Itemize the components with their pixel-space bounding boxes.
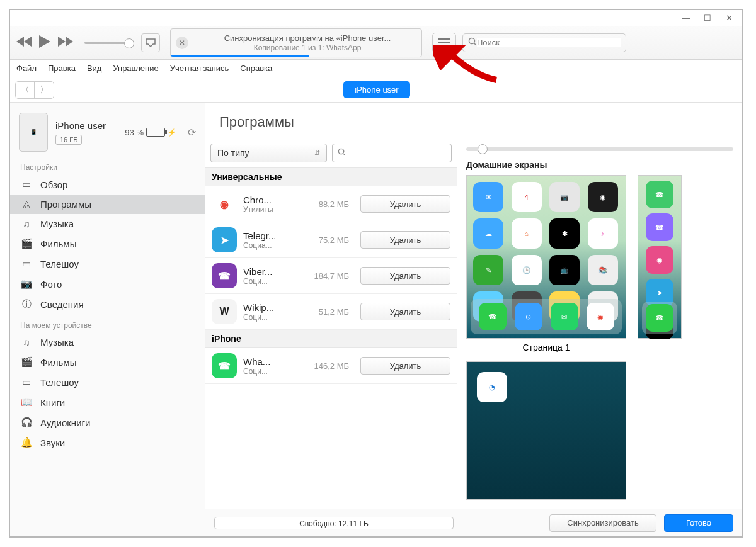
app-name: Chro... — [243, 195, 300, 205]
home-app-icon[interactable]: 4 — [512, 182, 542, 212]
app-name: Viber... — [243, 266, 300, 277]
app-row[interactable]: ☎Wha...Соци...146,2 МБУдалить — [205, 348, 457, 384]
home-app-icon[interactable]: ☎ — [646, 181, 673, 208]
home-app-icon[interactable]: ◉ — [646, 246, 673, 274]
home-app-icon[interactable]: ☎ — [646, 304, 673, 332]
audiobooks-icon: 🎧 — [20, 417, 33, 428]
sidebar-settings-item-2[interactable]: ♫Музыка — [10, 214, 205, 234]
app-search-field[interactable] — [332, 144, 452, 162]
sidebar-settings-item-6[interactable]: ⓘСведения — [10, 294, 205, 315]
overview-icon: ▭ — [20, 179, 33, 190]
home-app-icon[interactable]: ✉ — [551, 303, 578, 330]
menu-справка[interactable]: Справка — [240, 64, 272, 73]
app-remove-button[interactable]: Удалить — [360, 357, 450, 375]
home-app-icon[interactable]: 📺 — [549, 255, 580, 285]
nav-back-forward[interactable]: 〈 〉 — [15, 81, 54, 99]
sidebar-device-item-3[interactable]: 📖Книги — [10, 392, 205, 412]
sidebar-settings-item-1[interactable]: ⩓Программы — [10, 195, 205, 214]
sidebar-item-label: Телешоу — [40, 377, 79, 388]
sidebar-settings-header: Настройки — [10, 157, 205, 174]
app-category: Соци... — [243, 367, 300, 376]
app-row[interactable]: ➤Telegr...Социа...75,2 МБУдалить — [205, 222, 457, 258]
volume-slider[interactable] — [84, 42, 130, 44]
cancel-sync-button[interactable]: ✕ — [176, 37, 188, 49]
app-name: Wha... — [243, 356, 300, 367]
home-app-icon[interactable]: ✎ — [473, 255, 503, 285]
sidebar-device-item-4[interactable]: 🎧Аудиокниги — [10, 412, 205, 432]
app-remove-button[interactable]: Удалить — [360, 303, 450, 320]
menu-правка[interactable]: Правка — [48, 64, 76, 73]
list-view-button[interactable] — [432, 33, 456, 53]
sidebar-device-item-2[interactable]: ▭Телешоу — [10, 372, 205, 392]
sidebar-item-label: Обзор — [40, 179, 67, 190]
app-remove-button[interactable]: Удалить — [360, 267, 450, 285]
home-app-icon[interactable]: ☎ — [646, 213, 673, 241]
tv-icon: ▭ — [20, 258, 33, 269]
home-app-icon[interactable]: 📷 — [549, 182, 580, 212]
sort-dropdown[interactable]: По типу ⇵ — [210, 144, 327, 162]
svg-point-0 — [469, 38, 475, 43]
home-app-icon[interactable]: ◉ — [588, 182, 618, 212]
home-app-icon[interactable]: ⌂ — [512, 218, 542, 249]
menu-вид[interactable]: Вид — [87, 64, 102, 73]
home-app-icon[interactable]: ◉ — [587, 303, 614, 330]
search-input[interactable] — [477, 38, 621, 47]
prev-track-icon[interactable] — [16, 36, 33, 50]
next-track-icon[interactable] — [57, 36, 73, 50]
app-remove-button[interactable]: Удалить — [360, 231, 450, 249]
close-button[interactable]: ✕ — [724, 14, 733, 23]
home-app-icon[interactable]: 🕒 — [512, 255, 542, 285]
sort-dropdown-label: По типу — [217, 148, 249, 158]
home-screen-1[interactable]: ✉4📷◉☁⌂✱♪✎🕒📺📚Ⓐ⚙♥▦ ☎⊙✉◉ Страница 1 — [466, 175, 626, 352]
app-size: 184,7 МБ — [306, 271, 349, 281]
done-button[interactable]: Готово — [664, 514, 733, 532]
airplay-button[interactable] — [141, 33, 160, 52]
sidebar-settings-item-4[interactable]: ▭Телешоу — [10, 254, 205, 274]
home-app-icon[interactable]: 📚 — [588, 255, 618, 285]
home-app-icon[interactable]: ⊙ — [515, 303, 542, 330]
app-size: 75,2 МБ — [306, 235, 349, 245]
music-icon: ♫ — [20, 337, 33, 347]
minimize-button[interactable]: — — [682, 14, 690, 23]
sync-refresh-icon[interactable]: ⟳ — [188, 127, 196, 138]
sidebar-settings-item-5[interactable]: 📷Фото — [10, 274, 205, 294]
home-app-icon[interactable]: ◔ — [477, 372, 507, 402]
device-tab[interactable]: iPhone user — [343, 81, 410, 98]
sidebar-item-label: Книги — [40, 397, 65, 408]
apps-icon: ⩓ — [20, 199, 33, 210]
nav-back-button[interactable]: 〈 — [16, 82, 35, 98]
sync-button[interactable]: Синхронизировать — [549, 514, 656, 532]
app-row[interactable]: ◉Chro...Утилиты88,2 МБУдалить — [205, 186, 457, 222]
menu-управление[interactable]: Управление — [113, 64, 158, 73]
home-screen-2[interactable]: ◔ — [466, 361, 626, 500]
search-field[interactable] — [462, 33, 626, 52]
menu-файл[interactable]: Файл — [16, 64, 37, 73]
home-app-icon[interactable]: ✱ — [549, 218, 580, 249]
maximize-button[interactable]: ☐ — [703, 14, 712, 23]
app-category: Соци... — [243, 313, 300, 322]
app-icon: W — [212, 299, 237, 324]
app-row[interactable]: ☎Viber...Соци...184,7 МБУдалить — [205, 258, 457, 294]
sidebar-device-item-1[interactable]: 🎬Фильмы — [10, 352, 205, 372]
sidebar-device-item-0[interactable]: ♫Музыка — [10, 332, 205, 352]
capacity-bar: Свободно: 12,11 ГБ — [214, 517, 454, 529]
zoom-slider[interactable] — [466, 147, 733, 151]
menu-учетная запись[interactable]: Учетная запись — [170, 64, 229, 73]
app-row[interactable]: WWikip...Соци...51,2 МБУдалить — [205, 294, 457, 330]
play-icon[interactable] — [38, 34, 52, 52]
device-name: iPhone user — [55, 120, 106, 131]
home-screen-side[interactable]: ☎☎◉➤◯ ☎ — [638, 175, 682, 352]
home-app-icon[interactable]: ♪ — [588, 218, 618, 249]
app-remove-button[interactable]: Удалить — [360, 195, 450, 213]
sidebar-settings-item-3[interactable]: 🎬Фильмы — [10, 234, 205, 254]
nav-forward-button[interactable]: 〉 — [35, 82, 54, 98]
sidebar-item-label: Аудиокниги — [40, 417, 90, 428]
app-size: 88,2 МБ — [306, 200, 349, 209]
home-app-icon[interactable]: ☎ — [479, 303, 507, 330]
sidebar-settings-item-0[interactable]: ▭Обзор — [10, 174, 205, 195]
home-app-icon[interactable]: ☁ — [473, 218, 503, 249]
app-category: Соци... — [243, 277, 300, 286]
sidebar-device-item-5[interactable]: 🔔Звуки — [10, 432, 205, 453]
home-app-icon[interactable]: ✉ — [473, 182, 503, 212]
app-search-input[interactable] — [346, 149, 446, 158]
